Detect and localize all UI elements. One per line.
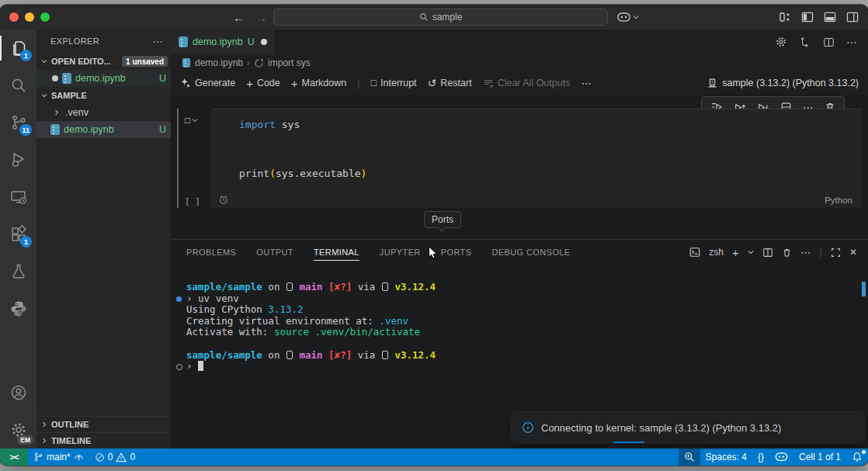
close-panel-icon[interactable]: ✕ — [849, 247, 857, 258]
tab-ports[interactable]: PORTS — [441, 240, 472, 265]
tab-output[interactable]: OUTPUT — [256, 240, 293, 265]
cell-indicator-item[interactable]: Cell 1 of 1 — [793, 448, 846, 466]
toggle-secondary-sidebar-icon[interactable] — [846, 12, 859, 23]
maximize-panel-icon[interactable] — [831, 248, 841, 258]
unsaved-dot-icon[interactable] — [261, 39, 267, 45]
add-code-cell-button[interactable]: + Code — [246, 77, 280, 90]
navigate-forward-icon[interactable]: → — [255, 11, 267, 24]
kernel-picker[interactable]: sample (3.13.2) (Python 3.13.2) — [707, 78, 868, 88]
shell-label[interactable]: zsh — [709, 247, 724, 258]
chevron-down-icon — [633, 15, 639, 19]
toggle-panel-icon[interactable] — [824, 12, 836, 23]
add-code-label: Code — [257, 78, 280, 88]
new-terminal-button[interactable]: + — [732, 246, 739, 259]
zoom-status-item[interactable] — [679, 448, 700, 466]
notifications-bell-item[interactable] — [846, 448, 868, 466]
clear-all-outputs-button[interactable]: Clear All Outputs — [483, 78, 571, 88]
activity-accounts[interactable] — [0, 374, 36, 411]
breadcrumb-symbol[interactable]: import sys — [268, 57, 311, 68]
chevron-down-icon — [40, 91, 49, 100]
activity-explorer[interactable]: 1 — [0, 29, 36, 67]
sidebar-more-actions-icon[interactable]: ⋯ — [153, 36, 163, 47]
language-braces-item[interactable]: {} — [752, 448, 769, 466]
split-editor-icon[interactable] — [823, 36, 835, 48]
indentation-status-item[interactable]: Spaces: 4 — [700, 448, 752, 466]
command-center-search[interactable]: sample — [273, 9, 608, 26]
timeline-section[interactable]: TIMELINE — [36, 432, 171, 448]
text-segment: Using CPython — [186, 303, 268, 315]
cell-gutter: □ [ ] — [179, 109, 211, 208]
open-editor-item[interactable]: demo.ipynb U — [36, 70, 171, 87]
toggle-primary-sidebar-icon[interactable] — [801, 12, 814, 23]
settings-gear-icon[interactable] — [775, 36, 787, 48]
git-branch-glyph — [286, 282, 293, 291]
minimize-window-button[interactable] — [25, 12, 34, 22]
workspace-section[interactable]: SAMPLE — [36, 87, 171, 104]
tab-jupyter[interactable]: JUPYTER — [380, 240, 421, 265]
toolbar-more-button[interactable]: ⋯ — [581, 77, 592, 89]
code-line: print(sys.executable) — [239, 165, 862, 182]
panel-more-actions-icon[interactable]: ⋯ — [800, 246, 811, 258]
code-cell[interactable]: □ [ ] import sysprint(sys.executable) Py… — [177, 109, 862, 208]
tab-problems[interactable]: PROBLEMS — [186, 240, 236, 265]
text-segment: source .venv/bin/activate — [274, 326, 420, 338]
text-segment: .venv — [379, 315, 408, 327]
tab-demo-ipynb[interactable]: demo.ipynb U — [171, 29, 276, 54]
open-changes-icon[interactable] — [799, 36, 811, 48]
text-segment: sample/sample — [186, 349, 262, 361]
customize-layout-icon[interactable] — [779, 12, 791, 23]
maximize-window-button[interactable] — [40, 12, 50, 22]
cell-status-bar: Python — [211, 192, 862, 208]
stop-execution-button[interactable]: □ — [185, 115, 198, 126]
activity-remote-explorer[interactable] — [0, 178, 36, 216]
execution-pending-clock-icon — [219, 196, 228, 205]
chevron-down-icon[interactable] — [748, 250, 754, 255]
split-terminal-icon[interactable] — [762, 248, 773, 258]
activity-source-control[interactable]: 11 — [0, 104, 36, 141]
terminal-scrollbar[interactable] — [862, 282, 866, 296]
kill-terminal-trash-icon[interactable] — [782, 248, 792, 258]
activity-testing[interactable] — [0, 253, 36, 290]
branch-status-item[interactable]: main* — [28, 448, 89, 466]
tab-debug-console[interactable]: DEBUG CONSOLE — [491, 240, 570, 265]
activity-manage[interactable]: EM — [0, 411, 36, 448]
close-window-button[interactable] — [9, 12, 19, 22]
navigate-back-icon[interactable]: ← — [233, 11, 245, 24]
clear-outputs-label: Clear All Outputs — [498, 78, 571, 88]
restart-button[interactable]: ↺ Restart — [428, 77, 472, 89]
activity-extensions[interactable]: 1 — [0, 216, 36, 253]
copilot-menu[interactable] — [617, 12, 639, 23]
interrupt-button[interactable]: □ Interrupt — [370, 78, 416, 88]
text-segment: [✘?] — [328, 281, 352, 293]
outline-section[interactable]: OUTLINE — [36, 416, 171, 432]
profile-badge[interactable]: EM — [17, 435, 33, 445]
copilot-status-item[interactable] — [769, 448, 793, 466]
breadcrumb-file[interactable]: demo.ipynb — [195, 57, 243, 68]
code-line — [239, 149, 862, 165]
cell-code[interactable]: import sysprint(sys.executable) — [211, 109, 862, 192]
tree-item-venv[interactable]: .venv — [36, 104, 171, 121]
open-editors-label: OPEN EDITO... — [51, 57, 111, 66]
more-actions-icon[interactable]: ⋯ — [846, 36, 857, 48]
add-markdown-cell-button[interactable]: + Markdown — [291, 77, 346, 90]
copilot-icon — [775, 452, 788, 462]
tree-item-notebook[interactable]: demo.ipynb U — [36, 121, 171, 138]
git-branch-icon — [33, 452, 43, 462]
kernel-environment-icon — [707, 78, 717, 88]
open-editors-section[interactable]: OPEN EDITO... 1 unsaved — [36, 53, 171, 70]
code-line: import sys — [239, 116, 862, 133]
tab-terminal[interactable]: TERMINAL — [314, 240, 359, 265]
activity-search[interactable] — [0, 67, 36, 104]
problems-status-item[interactable]: 0 0 — [89, 448, 141, 466]
generate-button[interactable]: Generate — [180, 78, 235, 88]
terminal-line: › uv venv — [186, 293, 868, 305]
cell-editor[interactable]: import sysprint(sys.executable) Python — [211, 109, 862, 208]
interrupt-square-icon: □ — [370, 78, 377, 88]
activity-run-debug[interactable] — [0, 141, 36, 178]
remote-indicator[interactable]: >< — [0, 448, 28, 466]
activity-python[interactable] — [0, 290, 36, 327]
cell-language-label[interactable]: Python — [825, 196, 852, 205]
text-segment: ( — [269, 168, 276, 179]
notebook-file-icon — [62, 73, 71, 84]
kernel-notification-toast[interactable]: Connecting to kernel: sample (3.13.2) (P… — [511, 412, 865, 443]
